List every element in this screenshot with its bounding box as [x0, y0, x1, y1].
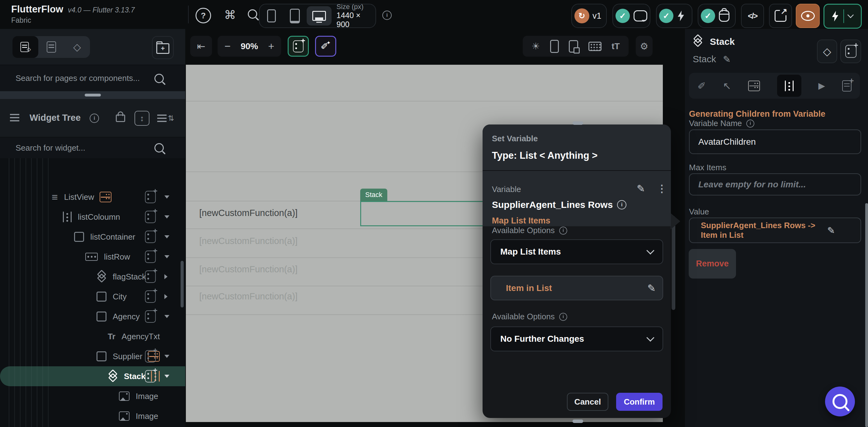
tab-interactions-icon[interactable]: ↖ — [723, 80, 731, 92]
collapse-panel-button[interactable]: ⇤ — [190, 36, 212, 57]
further-changes-dropdown[interactable]: No Further Changes — [490, 326, 663, 351]
tree-item-image[interactable]: Image — [0, 406, 185, 426]
tree-item-agencytxt[interactable]: Tr AgencyTxt — [0, 326, 185, 347]
view-code-button[interactable]: </> — [741, 4, 764, 28]
caret-down-icon[interactable] — [164, 355, 169, 358]
dialog-bottom-handle[interactable] — [572, 420, 583, 423]
search-icon[interactable] — [248, 9, 257, 19]
value-field[interactable]: SupplierAgent_Lines Rows -> Item in List… — [689, 218, 861, 243]
tab-backend-icon[interactable] — [748, 80, 760, 91]
add-widget-icon[interactable] — [145, 231, 156, 243]
issues-status[interactable]: ✓ — [698, 4, 736, 28]
run-button[interactable] — [824, 4, 862, 29]
tab-pages-widgets[interactable]: ◇ — [12, 36, 38, 58]
add-widget-button[interactable] — [288, 36, 309, 57]
info-icon[interactable]: i — [559, 227, 567, 235]
variable-mode-link[interactable]: Map List Items — [492, 216, 551, 226]
tree-item-supplier[interactable]: Supplier — [0, 347, 185, 366]
add-widget-icon[interactable] — [145, 310, 156, 322]
caret-down-icon[interactable] — [164, 216, 169, 219]
tab-premium[interactable]: ◇ — [64, 36, 90, 58]
optimizations-status[interactable]: ✓ — [656, 4, 692, 28]
canvas-scrollbar[interactable] — [672, 216, 675, 310]
max-items-field[interactable] — [689, 173, 861, 195]
remove-button[interactable]: Remove — [689, 249, 736, 278]
info-icon[interactable]: i — [559, 313, 567, 321]
tree-item-agency[interactable]: Agency — [0, 306, 185, 326]
search-fab[interactable] — [825, 387, 855, 417]
add-child-widget-button[interactable] — [840, 39, 861, 63]
version-badge[interactable]: ↻ v1 — [571, 4, 607, 28]
caret-right-icon[interactable] — [164, 294, 167, 299]
add-folder-button[interactable]: + — [152, 36, 174, 59]
tree-item-stack-selected[interactable]: Stack — [0, 366, 185, 386]
add-widget-icon[interactable] — [145, 350, 156, 362]
tab-actions-icon[interactable]: ▶ — [818, 80, 825, 91]
widget-tree-info-icon[interactable]: i — [90, 113, 99, 123]
add-widget-icon[interactable] — [145, 290, 156, 302]
panel-scrollbar[interactable] — [865, 203, 868, 427]
comments-status[interactable]: ✓ — [612, 4, 650, 28]
preview-button[interactable] — [796, 4, 820, 28]
rename-pencil-icon[interactable]: ✎ — [723, 54, 731, 65]
cancel-button[interactable]: Cancel — [567, 393, 608, 411]
add-widget-icon[interactable] — [145, 251, 156, 263]
tree-item-city[interactable]: City — [0, 287, 185, 306]
caret-down-icon[interactable] — [164, 255, 169, 258]
tab-docs-icon[interactable] — [842, 80, 851, 92]
options-dropdown[interactable]: Map List Items — [490, 239, 663, 264]
item-in-list-row[interactable]: Item in List ✎ — [490, 276, 663, 300]
zoom-in-button[interactable]: + — [268, 40, 274, 52]
tree-item-listrow[interactable]: listRow — [0, 247, 185, 267]
expand-vertical-icon[interactable]: ↕ — [134, 111, 150, 126]
portrait-icon[interactable] — [550, 40, 559, 53]
tab-components[interactable] — [38, 36, 64, 58]
caret-right-icon[interactable] — [164, 274, 167, 279]
caret-down-icon[interactable] — [164, 315, 169, 318]
variable-menu-dots-icon[interactable]: ⋮ — [657, 183, 667, 195]
search-pages-input[interactable] — [15, 73, 150, 84]
zoom-out-button[interactable]: − — [224, 40, 231, 52]
tree-item-flagstack[interactable]: flagStack — [0, 267, 185, 287]
variable-name-input[interactable] — [690, 130, 861, 154]
caret-down-icon[interactable] — [164, 195, 169, 199]
rotate-device-icon[interactable] — [569, 40, 578, 53]
edit-variable-pencil-icon[interactable]: ✎ — [637, 183, 645, 195]
add-widget-icon[interactable] — [145, 211, 156, 223]
confirm-button[interactable]: Confirm — [616, 393, 662, 411]
ai-generate-button[interactable]: ✐ ✦ — [315, 36, 336, 57]
theme-brightness-icon[interactable]: ☀ — [531, 41, 540, 52]
tree-item-listview[interactable]: ≡ ListView — [0, 187, 185, 207]
help-icon[interactable]: ? — [195, 8, 211, 23]
tree-item-listcoloumn[interactable]: listColoumn — [0, 207, 185, 227]
collapse-all-icon[interactable]: ⇅ — [157, 114, 174, 123]
variable-name-field[interactable] — [689, 129, 861, 154]
caret-down-icon[interactable] — [164, 375, 169, 378]
edit-value-pencil-icon[interactable]: ✎ — [827, 225, 835, 236]
info-icon[interactable]: i — [617, 200, 626, 209]
lock-icon[interactable] — [116, 114, 125, 122]
tree-item-image[interactable]: Image — [0, 386, 185, 406]
tab-properties-icon[interactable]: ✐ — [698, 80, 706, 92]
text-scale-icon[interactable]: tT — [612, 41, 620, 51]
search-widget-input[interactable] — [15, 143, 150, 153]
device-desktop-button[interactable] — [307, 6, 332, 26]
tab-generate-children-selected[interactable] — [777, 75, 801, 97]
canvas-settings-button[interactable]: ⚙ — [636, 36, 653, 57]
add-widget-icon[interactable] — [145, 370, 156, 382]
device-phone-button[interactable] — [260, 9, 283, 23]
tree-scrollbar[interactable] — [181, 261, 184, 307]
caret-down-icon[interactable] — [164, 235, 169, 238]
command-menu-icon[interactable]: ⌘ — [224, 8, 236, 22]
add-widget-icon[interactable] — [145, 191, 156, 203]
keyboard-icon[interactable] — [588, 42, 601, 51]
device-tablet-button[interactable] — [283, 9, 307, 23]
edit-item-pencil-icon[interactable]: ✎ — [647, 282, 656, 294]
max-items-input[interactable] — [690, 174, 861, 195]
dialog-top-handle[interactable] — [572, 121, 583, 125]
size-info-icon[interactable]: i — [382, 10, 392, 20]
panel-resize-handle[interactable] — [0, 91, 185, 99]
premium-button[interactable]: ◇ — [817, 39, 837, 63]
add-widget-icon[interactable] — [145, 270, 156, 283]
tree-item-listcontainer[interactable]: listContainer — [0, 227, 185, 247]
